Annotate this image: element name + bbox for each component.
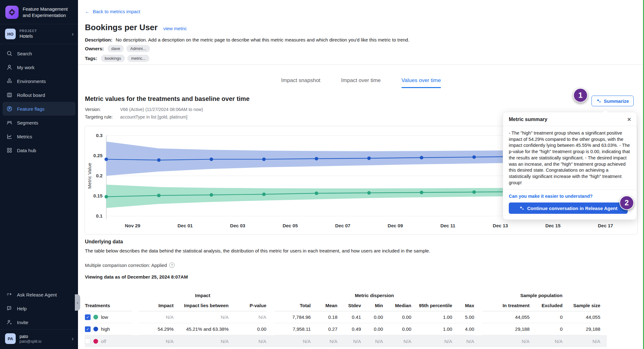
sidebar-item-help[interactable]: ?Help: [3, 302, 75, 315]
table-cell: N/A: [530, 335, 563, 347]
table-cell: 54.29%: [139, 323, 174, 335]
person-plus-icon: [6, 319, 13, 325]
popover-title: Metric summary: [509, 117, 547, 122]
targeting-rule-value: accountType in list [gold, platinum]: [120, 114, 187, 119]
table-row-off: offN/AN/AN/AN/AN/AN/AN/AN/AN/AN/AN/AN/AN…: [85, 335, 607, 347]
treatment-label: high: [101, 326, 110, 332]
svg-text:Dec 13: Dec 13: [493, 223, 508, 228]
column-header: In treatment: [482, 300, 530, 311]
user-email: pato@split.io: [19, 339, 68, 344]
table-cell: 0.41: [337, 311, 361, 323]
treatment-checkbox[interactable]: ✓: [85, 314, 91, 320]
table-cell: 44,055: [482, 311, 530, 323]
treatment-checkbox[interactable]: ✓: [85, 326, 91, 332]
table-cell: 1.00: [411, 311, 452, 323]
svg-text:Dec 05: Dec 05: [283, 223, 298, 228]
owner-chip[interactable]: dave: [108, 45, 124, 52]
followup-link[interactable]: Can you make it easier to understand?: [503, 190, 636, 199]
owners-label: Owners:: [85, 46, 104, 51]
sidebar-item-feature-flags[interactable]: Feature flags: [3, 102, 75, 116]
svg-text:0.25: 0.25: [93, 153, 103, 158]
help-bubble-icon: ?: [6, 305, 13, 312]
table-cell: 45.21% and 63.38%: [174, 323, 229, 335]
sidebar-collapse-handle[interactable]: ‹: [75, 294, 80, 311]
section-heading: Metric values for the treatments and bas…: [85, 95, 250, 102]
svg-text:Nov 29: Nov 29: [125, 223, 140, 228]
sidebar-item-my-work[interactable]: My work: [3, 60, 75, 74]
grid-icon: [6, 147, 13, 153]
viewing-data-timestamp: Viewing data as of December 25, 2024 8:0…: [85, 274, 188, 280]
svg-text:0.3: 0.3: [96, 133, 103, 138]
metric-summary-popover: Metric summary ✕ - The "high" treatment …: [503, 112, 637, 220]
sidebar-item-ask-release-agent[interactable]: Ask Release Agent: [3, 288, 75, 302]
tab-impact-snapshot[interactable]: Impact snapshot: [281, 77, 320, 88]
sidebar-item-segments[interactable]: Segments: [3, 116, 75, 130]
main-content: ← Back to metrics impact Bookings per Us…: [78, 0, 644, 349]
tab-impact-over-time[interactable]: Impact over time: [341, 77, 381, 88]
table-cell: 0: [530, 323, 563, 335]
sidebar-item-label: Ask Release Agent: [17, 292, 57, 297]
table-cell: 0.00: [383, 311, 411, 323]
treatment-color-dot: [93, 339, 98, 344]
summary-text: - The "high" treatment group shows a sig…: [503, 126, 636, 190]
sidebar-item-invite[interactable]: Invite: [3, 315, 75, 329]
continue-conversation-button[interactable]: Continue conversation in Release Agent: [509, 202, 628, 214]
table-cell: N/A: [174, 335, 229, 347]
column-header: Total: [275, 300, 311, 311]
tags-label: Tags:: [85, 56, 97, 61]
chevron-right-icon: ›: [72, 336, 74, 341]
sidebar-item-search[interactable]: Search: [3, 47, 75, 60]
underlying-data-heading: Underlying data: [85, 239, 123, 245]
treatment-label: low: [101, 314, 108, 320]
tag-chip[interactable]: bookings: [101, 55, 125, 62]
sidebar-item-data-hub[interactable]: Data hub: [3, 143, 75, 157]
underlying-data-table: ImpactMetric dispersionSample population…: [85, 291, 607, 347]
table-cell: 0: [530, 311, 563, 323]
sidebar-nav: SearchMy workEnvironmentsRollout boardFe…: [0, 44, 78, 160]
back-link[interactable]: ← Back to metrics impact: [85, 9, 140, 14]
step-badge-1: 1: [573, 88, 588, 102]
project-label: PROJECT: [19, 29, 68, 33]
table-cell: N/A: [361, 335, 383, 347]
sidebar-item-label: Search: [17, 51, 32, 56]
tag-chip[interactable]: metric...: [127, 55, 149, 62]
close-icon[interactable]: ✕: [627, 117, 631, 122]
view-metric-link[interactable]: view metric: [163, 26, 187, 31]
table-cell: 44,055: [563, 311, 600, 323]
user-menu[interactable]: PA pato pato@split.io ›: [0, 330, 78, 349]
group-header: Sample population: [482, 293, 600, 298]
owner-chip[interactable]: Admini...: [126, 45, 150, 52]
tags-row: Tags: bookingsmetric...: [85, 55, 149, 62]
chart-icon: [6, 133, 13, 140]
table-cell: N/A: [383, 335, 411, 347]
treatment-checkbox[interactable]: [85, 338, 91, 344]
sidebar-item-label: Data hub: [17, 148, 36, 153]
column-header: Excluded: [530, 300, 563, 311]
info-icon[interactable]: ?: [169, 263, 175, 268]
svg-text:0.1: 0.1: [96, 213, 103, 219]
table-cell: 7,958.11: [275, 323, 311, 335]
table-header-row: TreatmentsImpactImpact lies betweenP-val…: [85, 300, 607, 311]
svg-text:Metric Value: Metric Value: [87, 163, 92, 189]
table-cell: 1.00: [411, 323, 452, 335]
sidebar-item-environments[interactable]: Environments: [3, 74, 75, 88]
table-cell: N/A: [139, 335, 174, 347]
sidebar-item-rollout-board[interactable]: Rollout board: [3, 88, 75, 102]
version-block: Version: V66 (Active) (11/27/2024 08:06A…: [85, 107, 203, 122]
table-cell: N/A: [482, 335, 530, 347]
table-row-high: ✓high54.29%45.21% and 63.38%0.007,958.11…: [85, 323, 607, 335]
description-label: Description:: [85, 37, 113, 42]
sparkle-lines-icon: [6, 291, 13, 298]
tab-values-over-time[interactable]: Values over time: [402, 77, 441, 88]
project-switcher[interactable]: HO PROJECT Hotels ›: [0, 24, 78, 44]
table-cell: N/A: [229, 311, 266, 323]
summarize-button[interactable]: Summarize: [591, 96, 634, 106]
table-cell: 0.00: [361, 323, 383, 335]
table-cell: N/A: [139, 311, 174, 323]
column-header: Min: [361, 300, 383, 311]
sidebar-item-metrics[interactable]: Metrics: [3, 130, 75, 143]
hexagons-icon: [6, 78, 13, 84]
chevron-right-icon: ›: [72, 31, 74, 37]
treatment-color-dot: [93, 327, 98, 331]
sidebar-item-label: Segments: [17, 120, 38, 125]
